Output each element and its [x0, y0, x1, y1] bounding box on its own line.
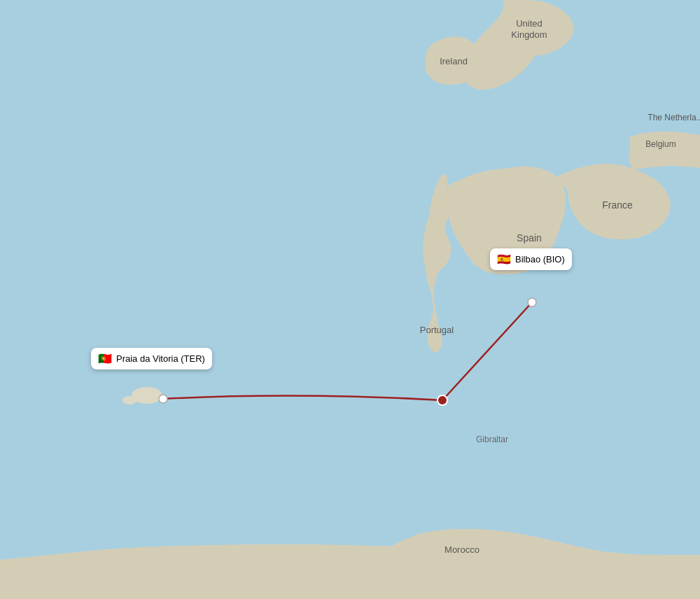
svg-point-4	[159, 395, 167, 403]
uk-label2: Kingdom	[511, 29, 547, 40]
map-svg: United Kingdom Ireland France Spain Port…	[0, 0, 700, 599]
uk-label: United	[516, 18, 542, 29]
svg-point-2	[122, 396, 136, 404]
svg-point-5	[528, 298, 536, 306]
netherlands-label: The Netherla...	[648, 113, 700, 122]
spain-label: Spain	[517, 232, 542, 244]
svg-point-3	[438, 395, 447, 405]
svg-rect-0	[0, 0, 700, 599]
map-container: United Kingdom Ireland France Spain Port…	[0, 0, 700, 599]
ireland-label: Ireland	[440, 56, 468, 66]
morocco-label: Morocco	[444, 544, 479, 555]
france-label: France	[602, 199, 633, 211]
belgium-label: Belgium	[645, 139, 676, 149]
gibraltar-label: Gibraltar	[476, 435, 508, 444]
portugal-label: Portugal	[420, 325, 454, 335]
